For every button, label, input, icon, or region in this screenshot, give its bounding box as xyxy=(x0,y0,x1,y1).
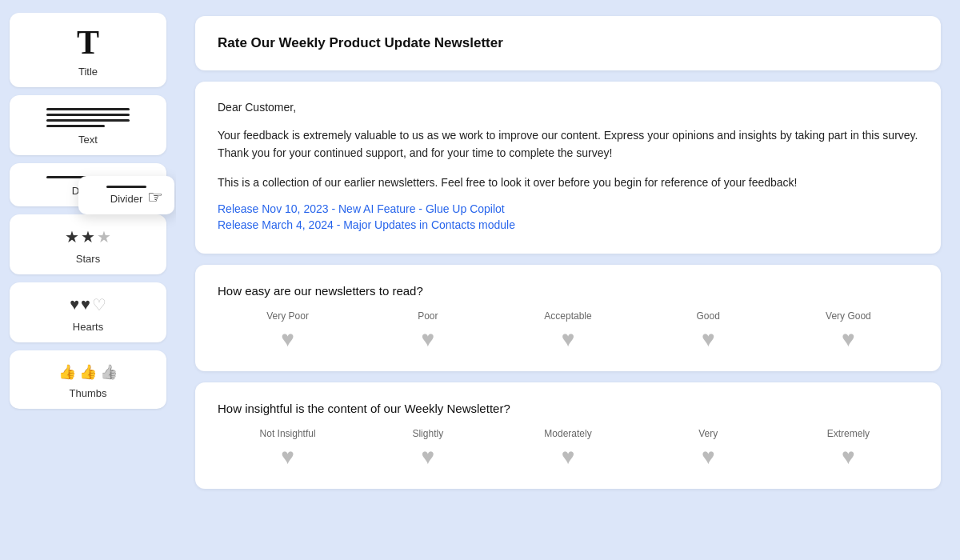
newsletter-link-1[interactable]: Release Nov 10, 2023 - New AI Feature - … xyxy=(218,202,918,215)
heart-button-q2-5[interactable]: ♥ xyxy=(842,444,855,470)
rating-col-q2-3: Moderately ♥ xyxy=(498,428,638,470)
stars-icon: ★ ★ ★ xyxy=(65,227,111,246)
rating-col-2: Poor ♥ xyxy=(358,310,498,352)
rating-col-q2-5: Extremely ♥ xyxy=(778,428,918,470)
sidebar-item-text[interactable]: Text xyxy=(10,95,166,155)
heart-button-3[interactable]: ♥ xyxy=(562,326,575,352)
cursor-icon: ☞ xyxy=(147,187,163,208)
greeting-text: Dear Customer, xyxy=(218,101,918,114)
divider-tooltip-icon xyxy=(106,186,146,188)
sidebar-item-label: Thumbs xyxy=(70,387,107,399)
main-content: Rate Our Weekly Product Update Newslette… xyxy=(176,0,960,560)
heart-button-q2-3[interactable]: ♥ xyxy=(562,444,575,470)
rating-col-4: Good ♥ xyxy=(638,310,778,352)
sidebar-item-thumbs[interactable]: 👍 👍 👍 Thumbs xyxy=(10,350,166,409)
sidebar-item-divider[interactable]: Divider Divider ☞ xyxy=(10,163,166,206)
heart-button-q2-1[interactable]: ♥ xyxy=(281,444,294,470)
rating-label: Not Insightful xyxy=(260,428,316,439)
rating-label: Good xyxy=(697,310,720,322)
body-text-1: Your feedback is extremely valuable to u… xyxy=(218,126,918,162)
thumbs-icon: 👍 👍 👍 xyxy=(58,363,118,381)
rating-label: Extremely xyxy=(827,428,870,439)
sidebar-item-label: Stars xyxy=(76,253,100,265)
sidebar-item-stars[interactable]: ★ ★ ★ Stars xyxy=(10,214,166,274)
body-text-2: This is a collection of our earlier news… xyxy=(218,174,918,191)
heart-button-q2-2[interactable]: ♥ xyxy=(421,444,434,470)
question2-card: How insightful is the content of our Wee… xyxy=(195,382,941,489)
rating-label: Acceptable xyxy=(544,310,591,322)
rating-col-1: Very Poor ♥ xyxy=(218,310,358,352)
rating-col-q2-1: Not Insightful ♥ xyxy=(218,428,358,470)
question2-rating-row: Not Insightful ♥ Slightly ♥ Moderately ♥… xyxy=(218,428,918,470)
rating-label: Slightly xyxy=(412,428,443,439)
question1-rating-row: Very Poor ♥ Poor ♥ Acceptable ♥ Good ♥ V… xyxy=(218,310,918,352)
heart-button-q2-4[interactable]: ♥ xyxy=(702,444,715,470)
heart-button-4[interactable]: ♥ xyxy=(702,326,715,352)
rating-col-3: Acceptable ♥ xyxy=(498,310,638,352)
rating-col-q2-4: Very ♥ xyxy=(638,428,778,470)
title-icon: T xyxy=(77,26,99,59)
sidebar: T Title Text Divider Divider ☞ ★ ★ ★ Sta… xyxy=(0,0,176,560)
heart-button-5[interactable]: ♥ xyxy=(842,326,855,352)
heart-button-1[interactable]: ♥ xyxy=(281,326,294,352)
question1-title: How easy are our newsletters to read? xyxy=(218,284,918,298)
question2-title: How insightful is the content of our Wee… xyxy=(218,402,918,415)
newsletter-title: Rate Our Weekly Product Update Newslette… xyxy=(218,35,918,51)
sidebar-item-label: Text xyxy=(78,134,98,146)
question1-card: How easy are our newsletters to read? Ve… xyxy=(195,265,941,371)
hearts-icon: ♥ ♥ ♡ xyxy=(70,295,106,314)
divider-tooltip: Divider ☞ xyxy=(78,176,174,214)
sidebar-item-title[interactable]: T Title xyxy=(10,13,166,87)
rating-label: Very xyxy=(698,428,718,439)
rating-label: Very Poor xyxy=(266,310,309,322)
sidebar-item-label: Hearts xyxy=(73,321,103,333)
newsletter-link-2[interactable]: Release March 4, 2024 - Major Updates in… xyxy=(218,218,918,231)
rating-label: Very Good xyxy=(826,310,871,322)
heart-button-2[interactable]: ♥ xyxy=(421,326,434,352)
divider-tooltip-label: Divider xyxy=(110,193,142,205)
sidebar-item-label: Title xyxy=(78,66,98,78)
intro-card: Rate Our Weekly Product Update Newslette… xyxy=(195,16,941,70)
rating-col-q2-2: Slightly ♥ xyxy=(358,428,498,470)
rating-label: Moderately xyxy=(544,428,591,439)
text-icon xyxy=(46,108,129,127)
rating-col-5: Very Good ♥ xyxy=(778,310,918,352)
sidebar-item-hearts[interactable]: ♥ ♥ ♡ Hearts xyxy=(10,282,166,342)
body-card: Dear Customer, Your feedback is extremel… xyxy=(195,82,941,254)
rating-label: Poor xyxy=(418,310,438,322)
